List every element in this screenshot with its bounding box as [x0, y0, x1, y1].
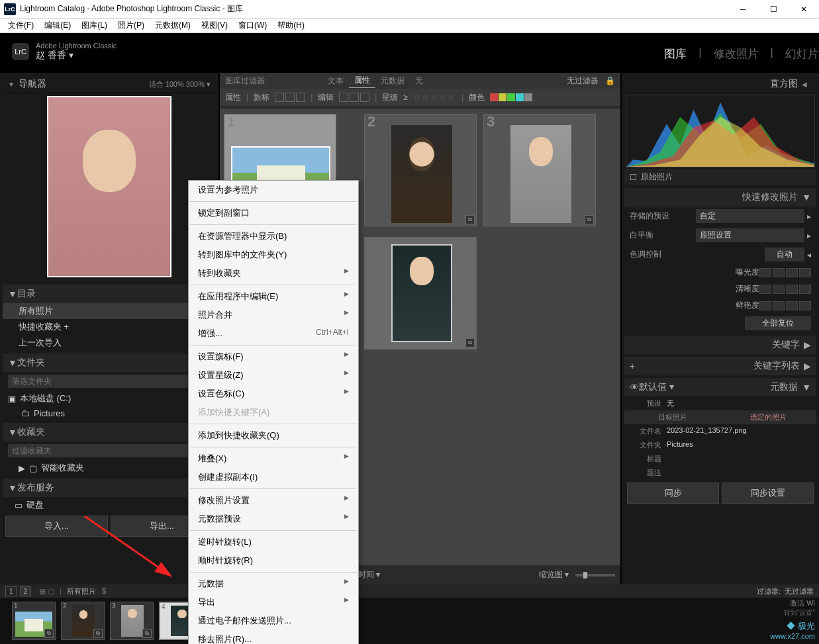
- tab-selected-photos[interactable]: 选定的照片: [720, 410, 816, 424]
- context-menu-item[interactable]: 元数据▶: [189, 575, 358, 593]
- view-2-badge[interactable]: 2: [20, 586, 32, 596]
- sync-button[interactable]: 同步: [627, 483, 719, 504]
- context-menu-item[interactable]: 设置星级(Z)▶: [189, 366, 358, 385]
- keyword-list-header[interactable]: +关键字列表▶: [624, 357, 816, 375]
- menu-view[interactable]: 视图(V): [196, 19, 233, 32]
- thumb-2[interactable]: 2 ⧉: [364, 114, 477, 226]
- color-none[interactable]: [524, 93, 532, 101]
- folders-header[interactable]: ▼文件夹: [3, 353, 216, 372]
- navigator-preview[interactable]: [47, 96, 171, 277]
- folders-filter-input[interactable]: [8, 375, 211, 388]
- catalog-header[interactable]: ▼目录: [3, 285, 216, 303]
- filmstrip-thumb-1[interactable]: 1⧉: [12, 602, 56, 640]
- import-button[interactable]: 导入...: [5, 516, 108, 537]
- context-menu-item[interactable]: 设置色标(C)▶: [189, 385, 358, 403]
- context-menu-item[interactable]: 元数据预设▶: [189, 510, 358, 528]
- thumb-3[interactable]: 3 ⧉: [483, 114, 596, 226]
- collections-header[interactable]: ▼收藏夹: [3, 423, 216, 441]
- collapse-icon[interactable]: ◂: [807, 250, 811, 259]
- filter-tab-metadata[interactable]: 元数据: [375, 74, 410, 88]
- step-plus2[interactable]: [799, 268, 811, 277]
- filmstrip-path[interactable]: 所有照片 5: [67, 586, 106, 596]
- flag-pick-icon[interactable]: [275, 93, 284, 102]
- rating-stars[interactable]: ☆☆☆☆☆: [413, 93, 456, 102]
- zoom-options[interactable]: 适合 100% 300% ▾: [149, 79, 211, 89]
- menu-file[interactable]: 文件(F): [3, 19, 39, 32]
- expand-icon[interactable]: ▸: [807, 212, 811, 221]
- view-1-badge[interactable]: 1: [5, 586, 17, 596]
- edit-icon-2[interactable]: [350, 93, 359, 102]
- auto-tone-button[interactable]: 自动: [765, 248, 804, 261]
- minimize-button[interactable]: ─: [728, 0, 758, 19]
- histogram-chart[interactable]: [626, 95, 815, 167]
- context-menu-item[interactable]: 堆叠(X)▶: [189, 449, 358, 468]
- menu-library[interactable]: 图库(L): [76, 19, 113, 32]
- color-red[interactable]: [490, 93, 498, 101]
- module-slideshow[interactable]: 幻灯片: [785, 46, 819, 62]
- step-plus[interactable]: [786, 301, 798, 310]
- histogram-header[interactable]: 直方图◀: [624, 75, 816, 93]
- context-menu-item[interactable]: 照片合并▶: [189, 306, 358, 324]
- preset-dropdown[interactable]: 自定: [696, 209, 804, 223]
- maximize-button[interactable]: ☐: [758, 0, 789, 19]
- eye-icon[interactable]: 👁: [630, 382, 639, 392]
- context-menu-item[interactable]: 逆时针旋转(L): [189, 533, 358, 551]
- wb-dropdown[interactable]: 原照设置: [696, 228, 804, 242]
- step-minus2[interactable]: [759, 268, 771, 277]
- lock-icon[interactable]: 🔒: [605, 76, 615, 85]
- rating-ge[interactable]: ≥: [403, 93, 408, 102]
- step-plus[interactable]: [786, 268, 798, 277]
- context-menu-item[interactable]: 通过电子邮件发送照片...: [189, 612, 358, 630]
- catalog-quick-collection[interactable]: 快捷收藏夹 +: [3, 319, 216, 335]
- step-minus[interactable]: [773, 301, 785, 310]
- metadata-header[interactable]: 👁默认值 ▾元数据▼: [624, 378, 816, 396]
- context-menu-item[interactable]: 转到图库中的文件夹(Y): [189, 246, 358, 264]
- thumbnail-size-slider[interactable]: [575, 574, 615, 576]
- meta-caption-input[interactable]: [667, 468, 811, 478]
- no-filter-dropdown[interactable]: 无过滤器: [567, 75, 599, 87]
- smart-collections[interactable]: ▶ ▢ 智能收藏夹: [3, 460, 216, 476]
- context-menu-item[interactable]: 转到收藏夹▶: [189, 264, 358, 283]
- sync-settings-button[interactable]: 同步设置: [722, 483, 814, 504]
- filter-tab-none[interactable]: 无: [410, 74, 428, 88]
- color-green[interactable]: [507, 93, 515, 101]
- filmstrip-filter-dropdown[interactable]: 无过滤器: [785, 586, 814, 596]
- step-minus2[interactable]: [759, 285, 771, 294]
- original-checkbox[interactable]: ☐: [630, 173, 637, 182]
- meta-title-input[interactable]: [667, 454, 811, 464]
- filmstrip-thumbs[interactable]: 1⧉ 2⧉ 3⧉ 4⧉ 5⧉: [0, 598, 819, 644]
- context-menu-item[interactable]: 增强...Ctrl+Alt+I: [189, 324, 358, 343]
- edit-icon-3[interactable]: [360, 93, 369, 102]
- step-minus[interactable]: [773, 285, 785, 294]
- menu-photo[interactable]: 照片(P): [113, 19, 150, 32]
- context-menu-item[interactable]: 设置为参考照片: [189, 181, 358, 199]
- context-menu-item[interactable]: 导出▶: [189, 593, 358, 612]
- context-menu-item[interactable]: 在资源管理器中显示(B): [189, 227, 358, 246]
- catalog-all-photos[interactable]: 所有照片: [3, 303, 216, 319]
- metadata-mode-dropdown[interactable]: 默认值 ▾: [639, 381, 674, 393]
- context-menu-item[interactable]: 添加到快捷收藏夹(Q): [189, 426, 358, 445]
- step-plus[interactable]: [786, 285, 798, 294]
- context-menu-item[interactable]: 在应用程序中编辑(E)▶: [189, 287, 358, 306]
- menu-window[interactable]: 窗口(W): [233, 19, 272, 32]
- quick-develop-header[interactable]: 快速修改照片▼: [624, 188, 816, 207]
- close-button[interactable]: ✕: [789, 0, 819, 19]
- menu-help[interactable]: 帮助(H): [272, 19, 310, 32]
- filmstrip-thumb-3[interactable]: 3⧉: [110, 602, 154, 640]
- context-menu-item[interactable]: 顺时针旋转(R): [189, 551, 358, 570]
- step-minus[interactable]: [773, 268, 785, 277]
- module-develop[interactable]: 修改照片: [714, 46, 759, 62]
- context-menu-item[interactable]: 创建虚拟副本(I): [189, 468, 358, 486]
- publish-header[interactable]: ▼发布服务: [3, 479, 216, 497]
- tab-target-photo[interactable]: 目标照片: [624, 410, 720, 424]
- step-minus2[interactable]: [759, 301, 771, 310]
- add-keyword-button[interactable]: +: [630, 361, 635, 371]
- filter-tab-attribute[interactable]: 属性: [349, 73, 375, 88]
- navigator-header[interactable]: ▼ 导航器 适合 100% 300% ▾: [3, 75, 216, 93]
- step-plus2[interactable]: [799, 285, 811, 294]
- filmstrip-thumb-2[interactable]: 2⧉: [61, 602, 105, 640]
- menu-edit[interactable]: 编辑(E): [39, 19, 76, 32]
- catalog-previous-import[interactable]: 上一次导入: [3, 335, 216, 351]
- step-plus2[interactable]: [799, 301, 811, 310]
- context-menu-item[interactable]: 移去照片(R)...: [189, 630, 358, 644]
